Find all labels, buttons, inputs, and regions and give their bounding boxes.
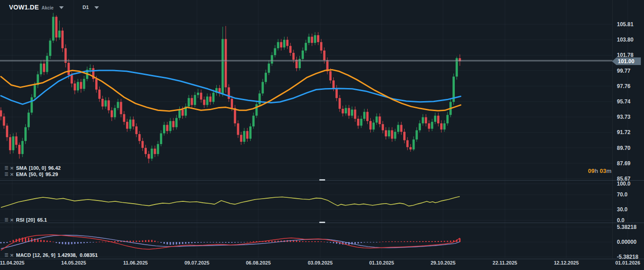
trading-chart-window: VOW1.DE Akcie D1 ☰ ✕ SMA [100, 0] 96.42 … xyxy=(0,0,644,270)
candle-body xyxy=(240,135,242,142)
price-tick-label: 93.73 xyxy=(617,114,630,120)
candle-body xyxy=(148,154,150,158)
date-tick-label: 11.04.2025 xyxy=(0,260,24,265)
indicator-settings-icon[interactable]: ☰ xyxy=(5,253,8,257)
candle-body xyxy=(265,73,267,82)
candle-body xyxy=(231,99,233,108)
candle-body xyxy=(0,110,2,116)
candle-body xyxy=(212,93,215,102)
candle-body xyxy=(271,55,273,64)
candle-body xyxy=(203,100,205,105)
candle-body xyxy=(249,126,252,139)
gridlines xyxy=(0,0,628,258)
candle-body xyxy=(104,100,107,107)
candle-body xyxy=(339,98,341,109)
candle-body xyxy=(175,118,177,127)
indicator-close-icon[interactable]: ✕ xyxy=(10,218,14,223)
date-tick-label: 14.05.2025 xyxy=(61,260,86,265)
candle-body xyxy=(83,79,85,89)
sma-label: SMA xyxy=(16,165,27,171)
candle-body xyxy=(323,51,326,61)
rsi-value: 65.1 xyxy=(37,217,47,223)
candle-body xyxy=(277,42,279,48)
candle-body xyxy=(145,148,147,154)
candle-body xyxy=(394,132,396,139)
current-price-value: 101.00 xyxy=(618,58,635,65)
candle-body xyxy=(24,127,27,141)
timeframe-selector[interactable]: D1 xyxy=(83,5,89,10)
candle-body xyxy=(126,122,128,129)
candle-body xyxy=(117,102,119,108)
legend-macd: ☰ ✕ MACD [12, 26, 9] 1.42938, 0.08351 xyxy=(5,252,98,258)
candle-body xyxy=(410,147,412,149)
chevron-down-icon[interactable] xyxy=(94,6,99,9)
indicator-close-icon[interactable]: ✕ xyxy=(10,253,14,258)
candle-body xyxy=(61,31,64,48)
candle-body xyxy=(58,31,61,37)
price-tick-label: 105.81 xyxy=(617,21,634,28)
indicator-close-icon[interactable]: ✕ xyxy=(10,166,14,171)
candle-body xyxy=(114,108,116,117)
candle-body xyxy=(95,79,98,90)
candle-body xyxy=(363,112,365,119)
candle-body xyxy=(446,115,448,124)
candle-body xyxy=(102,99,104,107)
candle-body xyxy=(286,40,289,46)
indicator-settings-icon[interactable]: ☰ xyxy=(5,218,8,222)
candle-body xyxy=(172,121,174,127)
price-tick-label: 97.76 xyxy=(617,83,630,89)
countdown-hours: 09 xyxy=(588,168,594,174)
symbol-title[interactable]: VOW1.DE xyxy=(9,4,39,11)
rsi-line xyxy=(1,196,460,207)
indicator-settings-icon[interactable]: ☰ xyxy=(5,166,8,170)
candle-body xyxy=(252,116,255,126)
candle-body xyxy=(15,136,18,145)
candle-body xyxy=(222,39,224,93)
instrument-type-label: Akcie xyxy=(42,5,54,10)
chevron-down-icon[interactable] xyxy=(59,6,64,9)
candle-body xyxy=(237,123,239,135)
candle-body xyxy=(246,131,248,139)
candle-body xyxy=(111,110,113,117)
candle-body xyxy=(437,116,439,123)
candle-body xyxy=(378,116,381,124)
macd-params: [12, 26, 9] xyxy=(33,252,55,258)
candle-body xyxy=(317,35,319,42)
candle-body xyxy=(425,117,427,124)
ema-value: 95.29 xyxy=(46,172,58,177)
sma-params: [100, 0] xyxy=(29,165,46,171)
price-tick-label: 95.74 xyxy=(617,98,630,105)
candle-body xyxy=(166,125,168,131)
candle-body xyxy=(151,149,153,158)
rsi-tick-label: 70.0 xyxy=(617,191,627,198)
candle-body xyxy=(332,80,335,88)
date-tick-label: 12.12.2025 xyxy=(554,260,579,265)
candle-body xyxy=(6,126,8,137)
candle-body xyxy=(295,60,298,68)
indicator-close-icon[interactable]: ✕ xyxy=(10,172,14,177)
candle-body xyxy=(289,46,292,53)
candle-body xyxy=(154,149,156,154)
indicator-settings-icon[interactable]: ☰ xyxy=(5,172,8,177)
candle-body xyxy=(141,141,144,148)
chart-canvas[interactable] xyxy=(0,0,644,270)
candle-body xyxy=(400,125,402,132)
candle-body xyxy=(163,125,165,134)
rsi-params: [20] xyxy=(26,217,35,223)
candle-body xyxy=(443,123,446,130)
price-tick-label: 103.80 xyxy=(617,37,634,43)
candle-body xyxy=(43,64,45,72)
candle-body xyxy=(388,130,390,136)
candle-body xyxy=(132,120,135,126)
macd-histogram xyxy=(0,237,461,245)
candle-body xyxy=(283,40,285,47)
panel-resize-handle[interactable] xyxy=(319,222,325,223)
candle-body xyxy=(354,110,356,119)
legend-ema: ☰ ✕ EMA [50, 0] 95.29 xyxy=(5,172,58,177)
candle-body xyxy=(80,82,82,89)
panel-resize-handle[interactable] xyxy=(319,179,325,181)
candle-body xyxy=(138,134,140,141)
candle-body xyxy=(382,124,384,130)
candle-body xyxy=(65,48,67,63)
candle-body xyxy=(107,100,110,110)
